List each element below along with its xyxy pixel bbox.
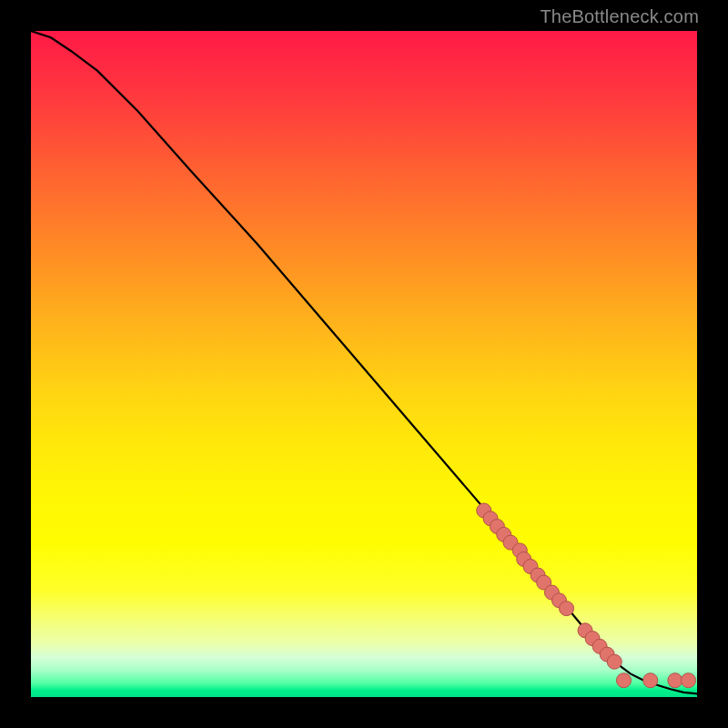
chart-frame: TheBottleneck.com — [0, 0, 728, 728]
plot-area — [31, 31, 697, 697]
marker-dot — [607, 654, 622, 669]
marker-dot — [668, 673, 682, 688]
marker-dot — [616, 673, 631, 688]
watermark-text: TheBottleneck.com — [540, 6, 699, 27]
marker-dot — [643, 673, 658, 688]
marker-dot — [681, 673, 695, 688]
chart-svg — [31, 31, 697, 697]
marker-dot — [560, 602, 574, 616]
bottleneck-curve-line — [31, 31, 697, 693]
highlight-markers-group — [477, 503, 696, 688]
